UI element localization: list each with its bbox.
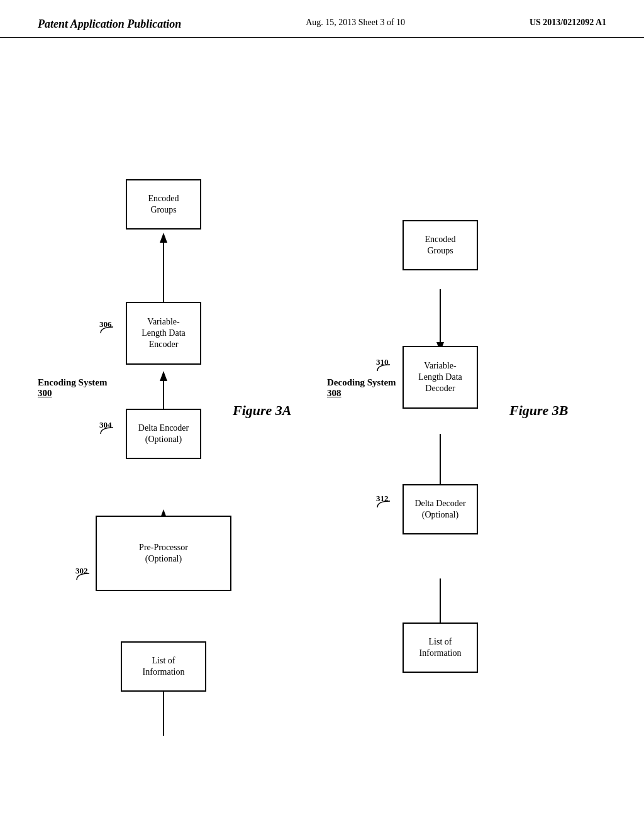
box-encoded-groups-a: EncodedGroups xyxy=(126,179,201,230)
encoding-system-label: Encoding System 300 xyxy=(38,377,107,399)
bracket-302 xyxy=(74,570,92,583)
page-header: Patent Application Publication Aug. 15, … xyxy=(0,0,644,38)
bracket-306 xyxy=(97,324,116,336)
box-vld: Variable-Length DataDecoder xyxy=(402,346,478,409)
patent-page: Patent Application Publication Aug. 15, … xyxy=(0,0,644,830)
patent-number-label: US 2013/0212092 A1 xyxy=(530,18,606,28)
box-list-info-b: List ofInformation xyxy=(402,622,478,673)
diagram-area: Encoding System 300 EncodedGroups 306 Va… xyxy=(0,75,644,817)
box-delta-encoder: Delta Encoder(Optional) xyxy=(126,409,201,459)
box-pre-processor: Pre-Processor(Optional) xyxy=(96,516,231,591)
arrows-svg xyxy=(0,75,644,817)
decoding-system-label: Decoding System 308 xyxy=(327,377,396,399)
figure-3b-label: Figure 3B xyxy=(509,402,569,419)
date-sheet-label: Aug. 15, 2013 Sheet 3 of 10 xyxy=(306,18,405,28)
bracket-310 xyxy=(374,362,393,374)
svg-marker-7 xyxy=(160,233,167,243)
bracket-304 xyxy=(97,424,116,437)
svg-marker-5 xyxy=(160,371,167,381)
box-vle: Variable-Length DataEncoder xyxy=(126,302,201,365)
figure-3a-label: Figure 3A xyxy=(233,402,292,419)
box-encoded-groups-b: EncodedGroups xyxy=(402,220,478,270)
box-list-info-a: List ofInformation xyxy=(121,641,206,692)
bracket-312 xyxy=(374,498,393,511)
box-delta-decoder: Delta Decoder(Optional) xyxy=(402,484,478,534)
publication-label: Patent Application Publication xyxy=(38,18,181,31)
